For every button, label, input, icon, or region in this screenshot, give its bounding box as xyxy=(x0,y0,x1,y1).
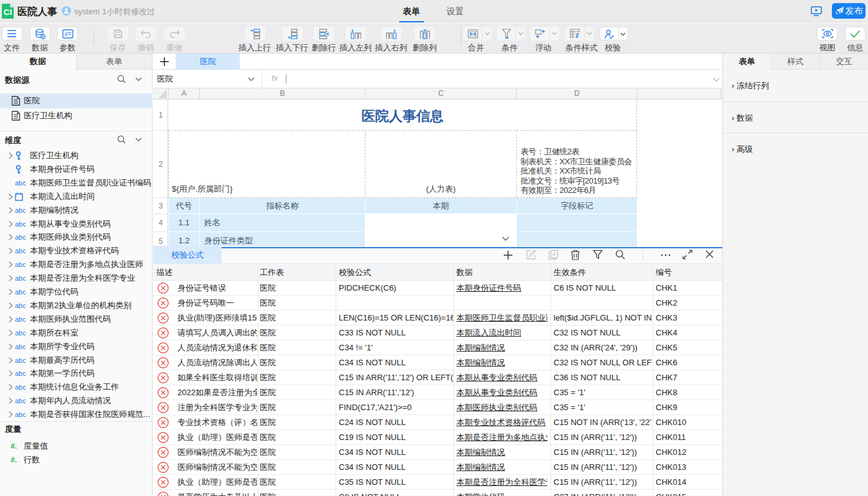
svg-text:CI: CI xyxy=(4,7,12,17)
svg-text:x=: x= xyxy=(64,30,71,37)
